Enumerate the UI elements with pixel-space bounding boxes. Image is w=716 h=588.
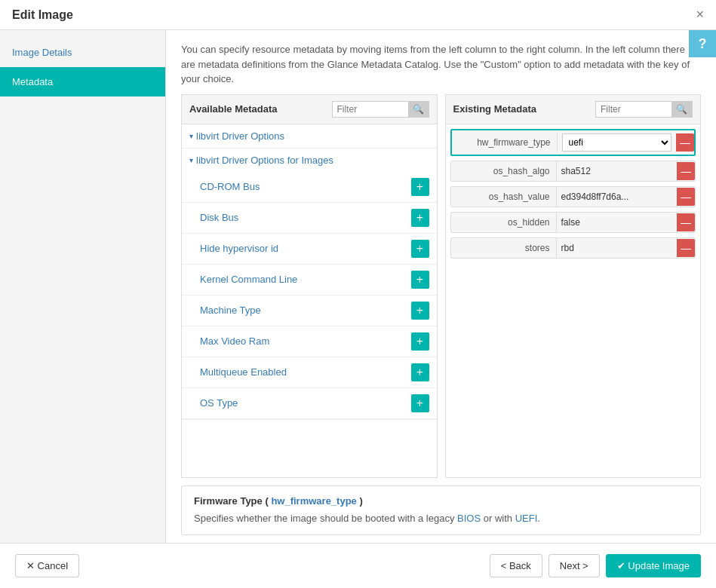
modal-body: Image Details Metadata You can specify r… — [0, 30, 716, 543]
existing-item-key-os-hash-algo: os_hash_algo — [451, 161, 557, 181]
existing-filter-box: 🔍 — [595, 101, 693, 118]
metadata-item-hide-hypervisor-id: Hide hypervisor id + — [182, 234, 437, 265]
existing-item-key-os-hidden: os_hidden — [451, 213, 557, 232]
metadata-item-disk-bus: Disk Bus + — [182, 203, 437, 234]
available-filter-search-button[interactable]: 🔍 — [408, 102, 429, 117]
next-button[interactable]: Next > — [549, 554, 600, 577]
available-metadata-panel: Available Metadata 🔍 ▾ libvirt Driver Op… — [181, 94, 438, 478]
update-image-button[interactable]: ✔ Update Image — [606, 554, 701, 577]
existing-item-key-hw-firmware-type: hw_firmware_type — [452, 133, 558, 152]
remove-stores-button[interactable]: — — [677, 239, 695, 257]
sidebar: Image Details Metadata — [0, 30, 166, 543]
group-libvirt-driver-options-images: ▾ libvirt Driver Options for Images CD-R… — [182, 149, 437, 420]
existing-item-os-hash-algo: os_hash_algo sha512 — — [450, 161, 696, 182]
existing-item-hw-firmware-type: hw_firmware_type uefi bios — — [450, 129, 696, 156]
description-box: Firmware Type ( hw_firmware_type ) Speci… — [181, 485, 701, 536]
hw-firmware-type-select[interactable]: uefi bios — [562, 133, 672, 152]
metadata-item-multiqueue-enabled: Multiqueue Enabled + — [182, 357, 437, 388]
metadata-item-cd-rom-bus: CD-ROM Bus + — [182, 172, 437, 203]
existing-metadata-list: hw_firmware_type uefi bios — os_hash_alg… — [446, 124, 701, 477]
existing-filter-search-button[interactable]: 🔍 — [671, 102, 692, 117]
remove-os-hash-value-button[interactable]: — — [677, 188, 695, 206]
remove-os-hidden-button[interactable]: — — [677, 213, 695, 231]
existing-item-os-hash-value: os_hash_value ed394d8ff7d6a... — — [450, 186, 696, 207]
metadata-item-machine-type: Machine Type + — [182, 296, 437, 326]
metadata-columns: Available Metadata 🔍 ▾ libvirt Driver Op… — [166, 94, 716, 485]
existing-filter-input[interactable] — [596, 102, 671, 117]
content-area: You can specify resource metadata by mov… — [166, 30, 716, 543]
available-metadata-header: Available Metadata 🔍 — [182, 95, 437, 124]
existing-metadata-header: Existing Metadata 🔍 — [446, 95, 701, 124]
cancel-button[interactable]: ✕ Cancel — [15, 554, 79, 577]
add-disk-bus-button[interactable]: + — [411, 209, 429, 227]
existing-item-key-os-hash-value: os_hash_value — [451, 187, 557, 207]
back-button[interactable]: < Back — [490, 554, 542, 577]
metadata-item-kernel-command-line: Kernel Command Line + — [182, 265, 437, 296]
chevron-icon: ▾ — [189, 156, 193, 164]
existing-item-stores: stores rbd — — [450, 237, 696, 259]
add-cd-rom-bus-button[interactable]: + — [411, 178, 429, 196]
available-metadata-list: ▾ libvirt Driver Options ▾ libvirt Drive… — [182, 124, 437, 477]
sidebar-item-image-details[interactable]: Image Details — [0, 38, 165, 67]
sidebar-item-metadata[interactable]: Metadata — [0, 67, 165, 96]
existing-item-value-os-hidden: false — [557, 214, 678, 231]
modal-title: Edit Image — [12, 8, 73, 22]
description-text: You can specify resource metadata by mov… — [166, 30, 716, 94]
description-box-title: Firmware Type ( hw_firmware_type ) — [194, 495, 688, 507]
add-hide-hypervisor-id-button[interactable]: + — [411, 240, 429, 258]
existing-item-value-stores: rbd — [557, 240, 678, 256]
close-button[interactable]: × — [696, 7, 704, 23]
existing-item-value-os-hash-algo: sha512 — [557, 163, 678, 179]
existing-item-key-stores: stores — [451, 238, 557, 258]
existing-item-value-os-hash-value: ed394d8ff7d6a... — [557, 188, 678, 205]
footer-left: ✕ Cancel — [15, 554, 79, 577]
modal-header: Edit Image × — [0, 0, 716, 30]
available-filter-input[interactable] — [333, 102, 408, 117]
help-icon[interactable]: ? — [689, 30, 716, 57]
add-kernel-command-line-button[interactable]: + — [411, 271, 429, 289]
group-libvirt-driver-options-header[interactable]: ▾ libvirt Driver Options — [182, 124, 437, 148]
existing-metadata-panel: Existing Metadata 🔍 hw_firmware_type uef… — [445, 94, 702, 478]
footer-right: < Back Next > ✔ Update Image — [490, 554, 701, 577]
group-libvirt-driver-options-images-header[interactable]: ▾ libvirt Driver Options for Images — [182, 149, 437, 172]
chevron-icon: ▾ — [189, 132, 193, 140]
add-multiqueue-enabled-button[interactable]: + — [411, 363, 429, 381]
add-machine-type-button[interactable]: + — [411, 302, 429, 320]
metadata-item-max-video-ram: Max Video Ram + — [182, 326, 437, 357]
metadata-item-os-type: OS Type + — [182, 388, 437, 419]
add-os-type-button[interactable]: + — [411, 394, 429, 412]
remove-os-hash-algo-button[interactable]: — — [677, 162, 695, 180]
remove-hw-firmware-type-button[interactable]: — — [676, 133, 694, 152]
existing-item-value-hw-firmware-type: uefi bios — [558, 130, 677, 155]
description-box-text: Specifies whether the image should be bo… — [194, 511, 688, 526]
group-libvirt-driver-options: ▾ libvirt Driver Options — [182, 124, 437, 149]
available-filter-box: 🔍 — [332, 101, 429, 118]
add-max-video-ram-button[interactable]: + — [411, 332, 429, 351]
existing-item-os-hidden: os_hidden false — — [450, 212, 696, 233]
modal-footer: ✕ Cancel < Back Next > ✔ Update Image — [0, 543, 716, 588]
